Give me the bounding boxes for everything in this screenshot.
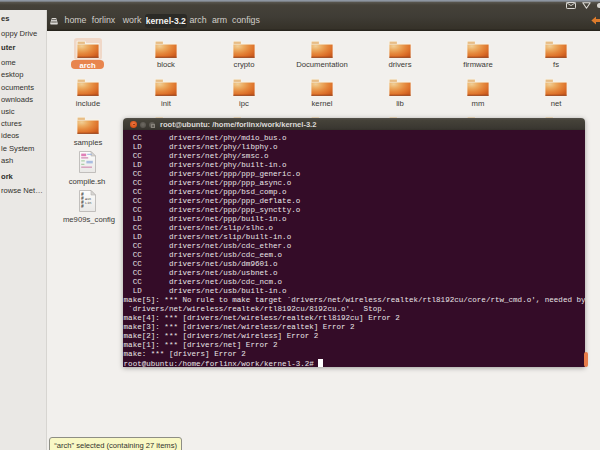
svg-text:#: # xyxy=(81,204,84,209)
svg-text:Lin: Lin xyxy=(85,201,91,205)
